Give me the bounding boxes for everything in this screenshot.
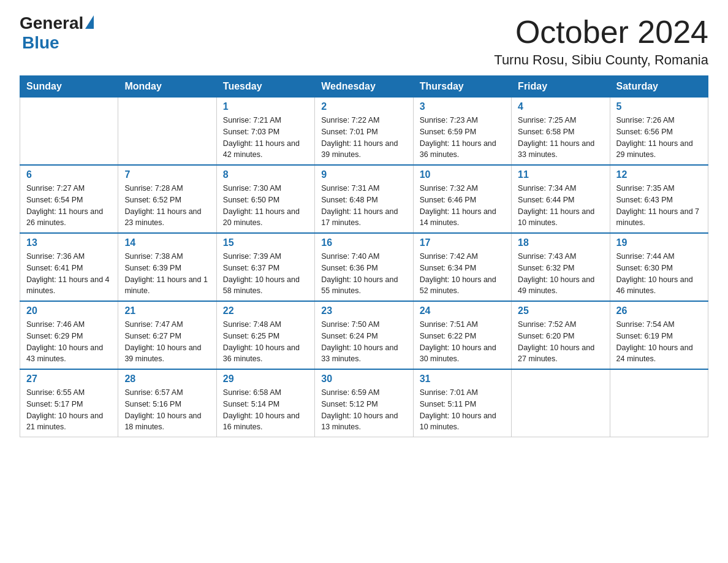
day-info: Sunrise: 7:31 AMSunset: 6:48 PMDaylight:… [321,183,406,229]
calendar-cell: 12Sunrise: 7:35 AMSunset: 6:43 PMDayligh… [610,165,708,233]
calendar-cell [20,98,118,166]
day-number: 31 [420,373,505,385]
day-number: 24 [420,305,505,316]
calendar-cell: 10Sunrise: 7:32 AMSunset: 6:46 PMDayligh… [413,165,511,233]
day-number: 22 [223,305,308,316]
weekday-header-sunday: Sunday [20,76,118,98]
calendar-cell: 29Sunrise: 6:58 AMSunset: 5:14 PMDayligh… [216,369,314,437]
weekday-header-saturday: Saturday [610,76,708,98]
title-area: October 2024 Turnu Rosu, Sibiu County, R… [494,15,708,68]
calendar-cell: 13Sunrise: 7:36 AMSunset: 6:41 PMDayligh… [20,233,118,301]
day-number: 18 [518,237,603,248]
weekday-header-friday: Friday [512,76,610,98]
day-info: Sunrise: 7:25 AMSunset: 6:58 PMDaylight:… [518,115,603,161]
weekday-header-tuesday: Tuesday [216,76,314,98]
calendar-cell: 11Sunrise: 7:34 AMSunset: 6:44 PMDayligh… [512,165,610,233]
calendar-cell [610,369,708,437]
day-info: Sunrise: 7:22 AMSunset: 7:01 PMDaylight:… [321,115,406,161]
day-number: 19 [616,237,702,248]
day-number: 21 [124,305,210,316]
day-info: Sunrise: 7:38 AMSunset: 6:39 PMDaylight:… [124,251,210,297]
day-info: Sunrise: 6:55 AMSunset: 5:17 PMDaylight:… [26,387,112,433]
calendar-cell: 19Sunrise: 7:44 AMSunset: 6:30 PMDayligh… [610,233,708,301]
day-number: 16 [321,237,406,248]
logo-general-text: General [20,15,83,32]
calendar-cell: 8Sunrise: 7:30 AMSunset: 6:50 PMDaylight… [216,165,314,233]
weekday-header-wednesday: Wednesday [315,76,413,98]
day-info: Sunrise: 7:28 AMSunset: 6:52 PMDaylight:… [124,183,210,229]
calendar-cell: 9Sunrise: 7:31 AMSunset: 6:48 PMDaylight… [315,165,413,233]
day-info: Sunrise: 7:44 AMSunset: 6:30 PMDaylight:… [616,251,702,297]
weekday-header-monday: Monday [118,76,216,98]
day-info: Sunrise: 7:36 AMSunset: 6:41 PMDaylight:… [26,251,112,297]
calendar-cell: 22Sunrise: 7:48 AMSunset: 6:25 PMDayligh… [216,301,314,369]
day-info: Sunrise: 7:51 AMSunset: 6:22 PMDaylight:… [420,319,505,365]
day-number: 6 [26,169,112,180]
calendar-cell: 18Sunrise: 7:43 AMSunset: 6:32 PMDayligh… [512,233,610,301]
day-number: 4 [518,101,603,112]
day-info: Sunrise: 6:59 AMSunset: 5:12 PMDaylight:… [321,387,406,433]
day-info: Sunrise: 7:43 AMSunset: 6:32 PMDaylight:… [518,251,603,297]
calendar-cell: 17Sunrise: 7:42 AMSunset: 6:34 PMDayligh… [413,233,511,301]
week-row-5: 27Sunrise: 6:55 AMSunset: 5:17 PMDayligh… [20,369,708,437]
calendar-cell: 7Sunrise: 7:28 AMSunset: 6:52 PMDaylight… [118,165,216,233]
day-info: Sunrise: 6:58 AMSunset: 5:14 PMDaylight:… [223,387,308,433]
day-number: 1 [223,101,308,112]
week-row-3: 13Sunrise: 7:36 AMSunset: 6:41 PMDayligh… [20,233,708,301]
day-number: 30 [321,373,406,385]
day-info: Sunrise: 7:40 AMSunset: 6:36 PMDaylight:… [321,251,406,297]
day-info: Sunrise: 7:21 AMSunset: 7:03 PMDaylight:… [223,115,308,161]
calendar-cell: 21Sunrise: 7:47 AMSunset: 6:27 PMDayligh… [118,301,216,369]
calendar-cell [118,98,216,166]
calendar-cell: 4Sunrise: 7:25 AMSunset: 6:58 PMDaylight… [512,98,610,166]
day-number: 13 [26,237,112,248]
day-number: 29 [223,373,308,385]
day-info: Sunrise: 7:01 AMSunset: 5:11 PMDaylight:… [420,387,505,433]
day-number: 28 [124,373,210,385]
day-number: 12 [616,169,702,180]
day-number: 11 [518,169,603,180]
location-title: Turnu Rosu, Sibiu County, Romania [494,52,708,68]
day-number: 3 [420,101,505,112]
calendar-cell [512,369,610,437]
day-info: Sunrise: 7:48 AMSunset: 6:25 PMDaylight:… [223,319,308,365]
calendar-cell: 28Sunrise: 6:57 AMSunset: 5:16 PMDayligh… [118,369,216,437]
day-number: 8 [223,169,308,180]
day-info: Sunrise: 7:34 AMSunset: 6:44 PMDaylight:… [518,183,603,229]
calendar-cell: 2Sunrise: 7:22 AMSunset: 7:01 PMDaylight… [315,98,413,166]
calendar-cell: 26Sunrise: 7:54 AMSunset: 6:19 PMDayligh… [610,301,708,369]
day-number: 26 [616,305,702,316]
day-info: Sunrise: 7:42 AMSunset: 6:34 PMDaylight:… [420,251,505,297]
day-number: 10 [420,169,505,180]
day-number: 27 [26,373,112,385]
day-info: Sunrise: 7:26 AMSunset: 6:56 PMDaylight:… [616,115,702,161]
day-number: 15 [223,237,308,248]
day-number: 23 [321,305,406,316]
day-info: Sunrise: 7:30 AMSunset: 6:50 PMDaylight:… [223,183,308,229]
day-info: Sunrise: 7:47 AMSunset: 6:27 PMDaylight:… [124,319,210,365]
calendar-cell: 3Sunrise: 7:23 AMSunset: 6:59 PMDaylight… [413,98,511,166]
day-info: Sunrise: 7:35 AMSunset: 6:43 PMDaylight:… [616,183,702,229]
logo-area: General Blue [20,15,94,53]
calendar-cell: 30Sunrise: 6:59 AMSunset: 5:12 PMDayligh… [315,369,413,437]
day-number: 17 [420,237,505,248]
weekday-header-thursday: Thursday [413,76,511,98]
calendar-cell: 27Sunrise: 6:55 AMSunset: 5:17 PMDayligh… [20,369,118,437]
calendar-cell: 14Sunrise: 7:38 AMSunset: 6:39 PMDayligh… [118,233,216,301]
logo-blue-text: Blue [20,33,59,53]
day-number: 9 [321,169,406,180]
day-info: Sunrise: 7:23 AMSunset: 6:59 PMDaylight:… [420,115,505,161]
day-number: 25 [518,305,603,316]
day-number: 5 [616,101,702,112]
day-info: Sunrise: 7:50 AMSunset: 6:24 PMDaylight:… [321,319,406,365]
week-row-1: 1Sunrise: 7:21 AMSunset: 7:03 PMDaylight… [20,98,708,166]
calendar-cell: 31Sunrise: 7:01 AMSunset: 5:11 PMDayligh… [413,369,511,437]
month-title: October 2024 [494,15,708,50]
weekday-header-row: SundayMondayTuesdayWednesdayThursdayFrid… [20,76,708,98]
calendar-cell: 15Sunrise: 7:39 AMSunset: 6:37 PMDayligh… [216,233,314,301]
week-row-2: 6Sunrise: 7:27 AMSunset: 6:54 PMDaylight… [20,165,708,233]
day-info: Sunrise: 7:32 AMSunset: 6:46 PMDaylight:… [420,183,505,229]
day-number: 7 [124,169,210,180]
day-number: 2 [321,101,406,112]
day-info: Sunrise: 7:52 AMSunset: 6:20 PMDaylight:… [518,319,603,365]
